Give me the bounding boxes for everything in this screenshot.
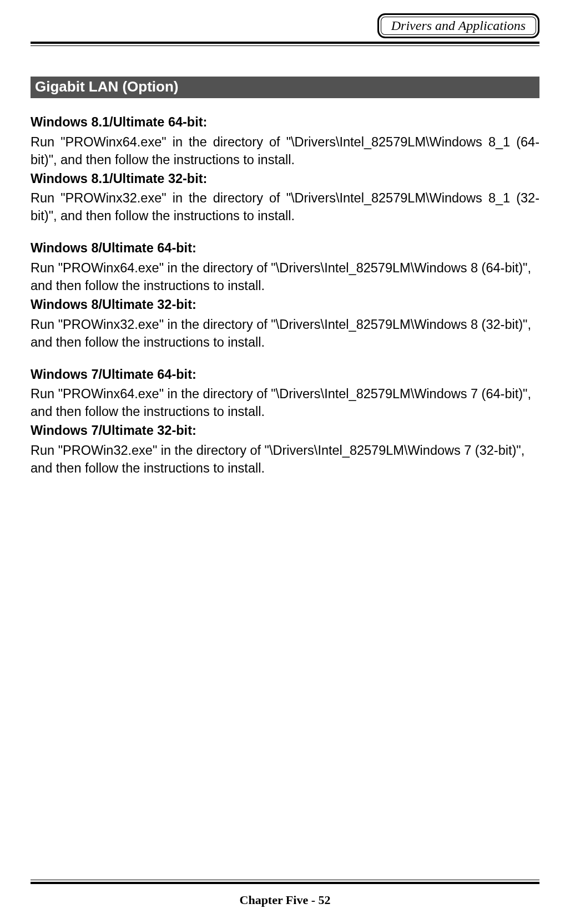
entry-body: Run "PROWinx32.exe" in the directory of …	[31, 316, 539, 352]
entry-body: Run "PROWinx32.exe" in the directory of …	[31, 190, 539, 225]
footer-rules	[31, 880, 539, 884]
footer-text: Chapter Five - 52	[0, 893, 570, 907]
bottom-rule-thick	[31, 882, 539, 884]
entry-heading: Windows 7/Ultimate 64-bit:	[31, 366, 539, 384]
bottom-rule-thin	[31, 880, 539, 880]
entry-body: Run "PROWin32.exe" in the directory of "…	[31, 442, 539, 478]
section-title-bar: Gigabit LAN (Option)	[31, 77, 539, 98]
entry-body: Run "PROWinx64.exe" in the directory of …	[31, 260, 539, 295]
entry-body: Run "PROWinx64.exe" in the directory of …	[31, 385, 539, 421]
entry-heading: Windows 8/Ultimate 32-bit:	[31, 296, 539, 314]
entry-body: Run "PROWinx64.exe" in the directory of …	[31, 134, 539, 169]
entry-heading: Windows 7/Ultimate 32-bit:	[31, 422, 539, 440]
top-rule-thick	[31, 42, 539, 44]
entry-heading: Windows 8.1/Ultimate 32-bit:	[31, 170, 539, 188]
entry-heading: Windows 8.1/Ultimate 64-bit:	[31, 114, 539, 131]
section-title: Gigabit LAN (Option)	[35, 78, 179, 95]
header-badge: Drivers and Applications	[377, 13, 539, 38]
header-badge-text: Drivers and Applications	[391, 18, 526, 33]
entries-container: Windows 8.1/Ultimate 64-bit:Run "PROWinx…	[31, 114, 539, 478]
entry-heading: Windows 8/Ultimate 64-bit:	[31, 240, 539, 257]
